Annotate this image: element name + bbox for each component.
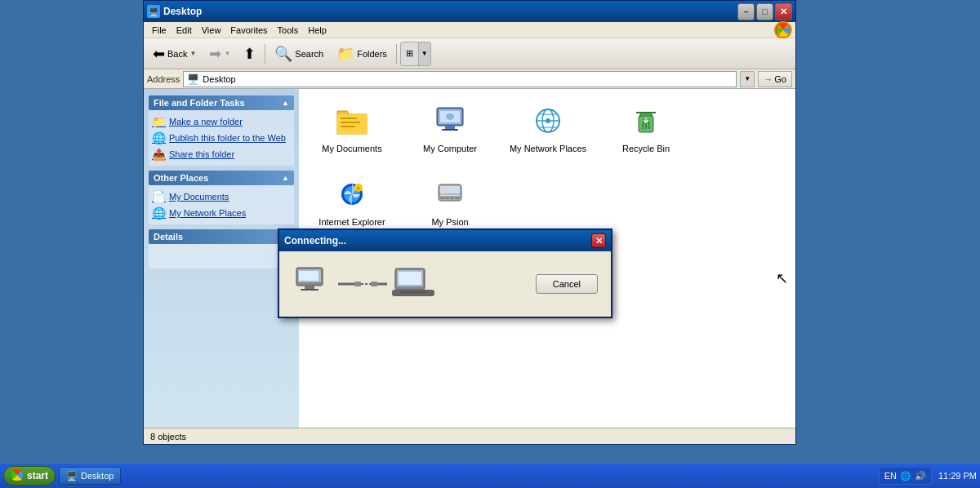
dialog-cancel-button[interactable]: Cancel: [536, 274, 598, 294]
views-main[interactable]: ⊞: [401, 42, 418, 65]
svg-point-15: [546, 118, 550, 123]
svg-rect-25: [450, 197, 454, 199]
forward-icon: ➡: [209, 45, 221, 63]
my-documents-item[interactable]: My Documents: [307, 97, 397, 162]
other-places-header[interactable]: Other Places ▲: [149, 171, 294, 185]
publish-folder-link[interactable]: 🌐 Publish this folder to the Web: [152, 131, 291, 144]
internet-explorer-item-label: Internet Explorer: [318, 217, 385, 227]
forward-dropdown-icon[interactable]: ▼: [224, 50, 230, 57]
file-folder-tasks-body: 📁 Make a new folder 🌐 Publish this folde…: [149, 110, 294, 166]
svg-rect-35: [354, 282, 361, 286]
svg-rect-1: [341, 118, 357, 119]
toolbar: ⬅ Back ▼ ➡ ▼ ⬆ 🔍 Search 📁 Folders ⊞ ▼: [144, 38, 795, 69]
search-icon: 🔍: [274, 45, 292, 63]
maximize-button[interactable]: □: [756, 3, 773, 20]
menu-help[interactable]: Help: [303, 24, 332, 37]
my-network-places-link[interactable]: 🌐 My Network Places: [152, 206, 291, 220]
statusbar: 8 objects: [144, 428, 795, 444]
my-documents-link[interactable]: 📄 My Documents: [152, 190, 291, 203]
details-header[interactable]: Details ▲: [149, 229, 294, 244]
svg-rect-32: [301, 289, 318, 291]
file-folder-tasks-section: File and Folder Tasks ▲ 📁 Make a new fol…: [149, 95, 294, 166]
connecting-dialog: Connecting... ✕: [278, 228, 612, 318]
dialog-animation: [292, 265, 434, 303]
address-dropdown-button[interactable]: ▼: [740, 71, 755, 87]
my-computer-item[interactable]: My Computer: [405, 97, 495, 162]
menu-favorites[interactable]: Favorites: [225, 24, 272, 37]
taskbar: start 🖥️ Desktop EN 🌐 🔊 11:29 PM: [0, 464, 980, 488]
network-places-item-icon: [532, 106, 564, 140]
menubar: File Edit View Favorites Tools Help: [144, 22, 795, 38]
internet-explorer-item[interactable]: e Internet Explorer: [307, 171, 397, 236]
address-folder-icon: 🖥️: [187, 73, 199, 85]
addressbar: Address 🖥️ Desktop ▼ → Go: [144, 69, 795, 89]
svg-rect-37: [371, 282, 377, 286]
svg-point-9: [446, 113, 454, 120]
address-label: Address: [147, 74, 180, 84]
svg-rect-27: [441, 187, 459, 195]
taskbar-window-label: Desktop: [81, 471, 114, 481]
svg-rect-26: [455, 197, 460, 199]
views-button[interactable]: ⊞ ▼: [400, 42, 431, 66]
dialog-titlebar: Connecting... ✕: [279, 230, 611, 251]
up-button[interactable]: ⬆: [238, 42, 261, 66]
file-folder-tasks-header[interactable]: File and Folder Tasks ▲: [149, 95, 294, 110]
window-icon: 🖥️: [147, 5, 160, 18]
svg-rect-43: [400, 291, 426, 293]
start-label: start: [27, 470, 48, 481]
close-button[interactable]: ✕: [775, 3, 792, 20]
back-dropdown-icon[interactable]: ▼: [189, 50, 196, 57]
start-button[interactable]: start: [3, 466, 56, 486]
minimize-button[interactable]: –: [737, 3, 755, 20]
network-places-icon: 🌐: [152, 206, 166, 220]
search-button[interactable]: 🔍 Search: [269, 42, 329, 66]
toolbar-separator-2: [396, 44, 397, 64]
window-title: Desktop: [163, 6, 737, 17]
other-places-body: 📄 My Documents 🌐 My Network Places: [149, 185, 294, 224]
status-text: 8 objects: [150, 432, 186, 441]
taskbar-window-icon: 🖥️: [66, 471, 78, 481]
my-documents-icon: 📄: [152, 190, 166, 203]
winxp-logo: [774, 21, 792, 39]
menu-view[interactable]: View: [197, 24, 226, 37]
go-arrow-icon: →: [764, 74, 773, 84]
menu-tools[interactable]: Tools: [273, 24, 304, 37]
file-folder-collapse-icon[interactable]: ▲: [282, 99, 289, 107]
ie-icon: e: [336, 180, 368, 214]
dialog-close-button[interactable]: ✕: [591, 233, 606, 248]
taskbar-right: EN 🌐 🔊 11:29 PM: [879, 467, 977, 485]
views-dropdown-icon[interactable]: ▼: [418, 42, 430, 65]
svg-rect-6: [445, 126, 455, 129]
titlebar-buttons: – □ ✕: [737, 3, 792, 20]
my-documents-label: My Documents: [169, 192, 229, 202]
share-label: Share this folder: [169, 149, 234, 159]
back-button[interactable]: ⬅ Back ▼: [147, 42, 202, 66]
language-indicator: EN: [884, 471, 897, 481]
address-go-button[interactable]: → Go: [758, 71, 792, 87]
menu-file[interactable]: File: [147, 24, 172, 37]
recycle-bin-item-label: Recycle Bin: [622, 144, 670, 153]
taskbar-window-item[interactable]: 🖥️ Desktop: [59, 467, 121, 485]
forward-button[interactable]: ➡ ▼: [203, 42, 236, 66]
titlebar: 🖥️ Desktop – □ ✕: [144, 1, 795, 22]
folders-button[interactable]: 📁 Folders: [331, 42, 393, 66]
menu-edit[interactable]: Edit: [172, 24, 197, 37]
toolbar-separator-1: [265, 44, 265, 64]
my-network-places-item[interactable]: My Network Places: [503, 97, 593, 162]
address-input[interactable]: 🖥️ Desktop: [183, 71, 737, 87]
my-network-label: My Network Places: [169, 208, 246, 218]
svg-rect-2: [341, 122, 360, 123]
details-label: Details: [154, 232, 183, 242]
my-computer-icon: [434, 106, 466, 140]
share-folder-link[interactable]: 📤 Share this folder: [152, 148, 291, 161]
my-psion-item[interactable]: My Psion: [405, 171, 495, 236]
publish-label: Publish this folder to the Web: [169, 133, 286, 143]
search-label: Search: [295, 49, 323, 59]
back-label: Back: [167, 49, 187, 59]
dialog-body: Cancel: [279, 251, 611, 317]
recycle-bin-item[interactable]: Recycle Bin: [601, 97, 691, 162]
other-places-collapse-icon[interactable]: ▲: [282, 174, 289, 182]
make-new-folder-link[interactable]: 📁 Make a new folder: [152, 115, 291, 128]
recycle-bin-icon: [630, 106, 662, 140]
my-documents-folder-icon: [336, 106, 368, 140]
